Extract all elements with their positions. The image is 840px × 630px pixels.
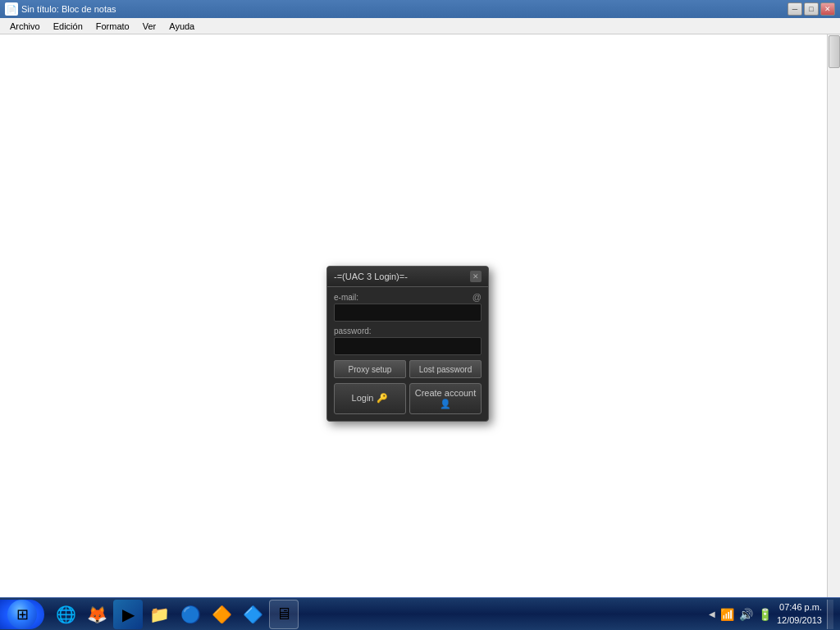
dialog-body: e-mail: @ password: Proxy setup Lost pas… — [327, 287, 488, 421]
clock: 07:46 p.m. 12/09/2013 — [777, 601, 822, 627]
password-input[interactable] — [334, 337, 482, 355]
taskbar-firefox[interactable]: 🦊 — [82, 600, 112, 629]
create-account-label: Create account 👤 — [415, 388, 477, 409]
menu-edicion[interactable]: Edición — [47, 21, 89, 32]
title-bar-buttons: ─ □ ✕ — [788, 2, 835, 16]
system-tray: ◀ 📶 🔊 🔋 07:46 p.m. 12/09/2013 — [702, 600, 840, 629]
email-label: e-mail: @ — [334, 292, 482, 302]
network-icon[interactable]: 📶 — [720, 608, 734, 621]
clock-time: 07:46 p.m. — [777, 601, 822, 614]
volume-icon[interactable]: 🔊 — [739, 608, 753, 621]
start-orb: ⊞ — [7, 600, 37, 629]
show-desktop-button[interactable] — [827, 600, 833, 629]
login-label: Login — [352, 393, 374, 404]
menu-ver[interactable]: Ver — [136, 21, 163, 32]
taskbar-media[interactable]: ▶ — [113, 600, 143, 629]
maximize-button[interactable]: □ — [804, 2, 819, 16]
menu-bar: Archivo Edición Formato Ver Ayuda — [0, 18, 840, 34]
title-bar-left: 📄 Sin título: Bloc de notas — [5, 2, 116, 16]
secondary-buttons: Proxy setup Lost password — [334, 360, 482, 378]
create-account-button[interactable]: Create account 👤 — [409, 383, 482, 414]
app-icon: 📄 — [5, 2, 18, 16]
key-icon: 🔑 — [377, 393, 388, 404]
menu-formato[interactable]: Formato — [89, 21, 136, 32]
menu-archivo[interactable]: Archivo — [3, 21, 47, 32]
clock-date: 12/09/2013 — [777, 614, 822, 627]
menu-ayuda[interactable]: Ayuda — [162, 21, 201, 32]
dialog-title-bar: -=(UAC 3 Login)=- ✕ — [327, 267, 488, 287]
login-dialog: -=(UAC 3 Login)=- ✕ e-mail: @ password: … — [326, 266, 489, 422]
proxy-setup-button[interactable]: Proxy setup — [334, 360, 406, 378]
scrollbar-vertical[interactable] — [827, 34, 840, 612]
taskbar-apps: 🌐 🦊 ▶ 📁 🔵 🔶 🔷 🖥 — [48, 600, 702, 629]
scrollbar-thumb-vertical[interactable] — [829, 35, 840, 68]
lost-password-button[interactable]: Lost password — [409, 360, 482, 378]
taskbar-app2[interactable]: 🔶 — [207, 600, 236, 629]
main-buttons: Login 🔑 Create account 👤 — [334, 383, 482, 414]
login-button[interactable]: Login 🔑 — [334, 383, 406, 414]
taskbar-folder[interactable]: 📁 — [144, 600, 174, 629]
title-bar: 📄 Sin título: Bloc de notas ─ □ ✕ — [0, 0, 840, 18]
battery-icon[interactable]: 🔋 — [758, 608, 772, 621]
taskbar: ⊞ 🌐 🦊 ▶ 📁 🔵 🔶 🔷 🖥 ◀ 📶 🔊 🔋 07:46 p.m. 12/… — [0, 597, 840, 630]
at-icon: @ — [472, 292, 482, 302]
window-title: Sin título: Bloc de notas — [21, 4, 116, 14]
start-button[interactable]: ⊞ — [0, 600, 44, 629]
taskbar-ie[interactable]: 🌐 — [51, 600, 80, 629]
password-label: password: — [334, 326, 482, 336]
taskbar-app3[interactable]: 🔷 — [238, 600, 267, 629]
minimize-button[interactable]: ─ — [788, 2, 802, 16]
dialog-title: -=(UAC 3 Login)=- — [334, 272, 408, 281]
taskbar-notepad[interactable]: 🖥 — [269, 600, 299, 629]
email-input[interactable] — [334, 304, 482, 322]
tray-arrow[interactable]: ◀ — [709, 609, 715, 619]
close-button[interactable]: ✕ — [820, 2, 835, 16]
taskbar-chrome[interactable]: 🔵 — [176, 600, 205, 629]
main-area: -=(UAC 3 Login)=- ✕ e-mail: @ password: … — [0, 34, 840, 612]
dialog-close-button[interactable]: ✕ — [470, 271, 482, 282]
